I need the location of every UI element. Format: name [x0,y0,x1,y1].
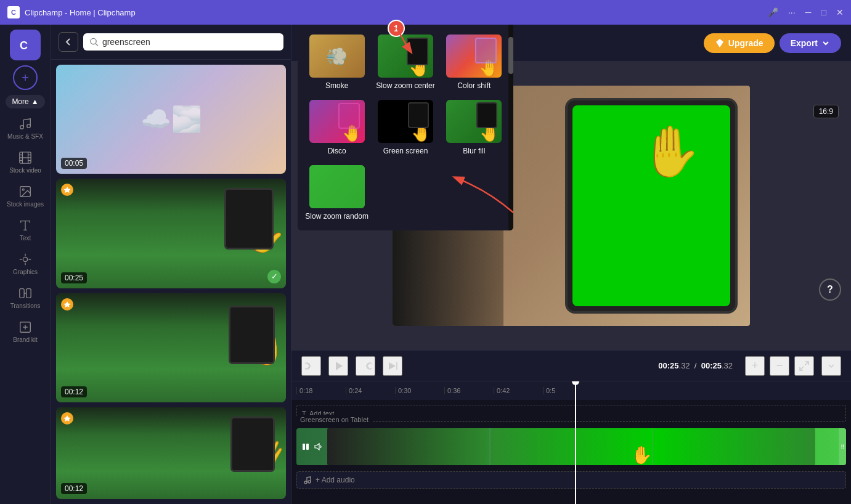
effects-scrollbar[interactable] [508,25,513,230]
effect-label-slowzoom: Slow zoom center [376,81,434,90]
effect-thumb-disco: 🤚 [309,100,365,143]
app-logo: C [10,30,41,60]
title-bar: C Clipchamp - Home | Clipchamp 🎤 ··· ─ □… [0,0,851,25]
window-title: Clipchamp - Home | Clipchamp [25,8,768,17]
ruler-mark-1: 0:24 [346,387,395,394]
effects-panel: 💨 Smoke 🤚 Slow zoom center 🤚 [298,25,513,230]
more-button[interactable]: More ▲ [6,95,44,108]
text-icon [18,219,32,232]
svg-rect-49 [306,444,309,450]
svg-point-52 [308,481,311,483]
effect-thumb-smoke: 💨 [309,35,365,78]
svg-text:C: C [20,39,28,52]
effects-scroll-thumb [508,37,513,74]
effect-slow-zoom-center[interactable]: 🤚 Slow zoom center [371,30,439,95]
ruler-marks: 0:18 0:24 0:30 0:36 0:42 0:5 [296,387,851,394]
sidebar-item-label: Brand kit [13,336,37,343]
svg-marker-27 [64,187,71,193]
svg-rect-48 [303,444,305,450]
sidebar-item-music-sfx[interactable]: Music & SFX [0,111,51,145]
speaker-icon [314,442,322,451]
effect-green-screen[interactable]: 🤚 Green screen [371,95,439,160]
maximize-button[interactable]: □ [821,7,826,17]
video-track-label: Greenscreen on Tablet [296,415,372,425]
add-button[interactable]: + [13,65,38,90]
app-icon: C [7,6,20,18]
upgrade-button[interactable]: Upgrade [704,33,775,53]
effect-disco[interactable]: 🤚 Disco [303,95,371,160]
svg-marker-42 [716,39,723,47]
play-button[interactable] [328,356,348,376]
search-input[interactable] [102,37,277,47]
zoom-in-button[interactable]: + [745,356,765,376]
timeline-cursor[interactable] [575,381,576,504]
sidebar-item-transitions[interactable]: Transitions [0,280,51,314]
svg-rect-21 [20,289,24,298]
svg-point-25 [91,38,96,44]
svg-marker-44 [389,362,396,370]
more-label: More [12,97,28,106]
diamond-icon [715,38,725,48]
effect-label-blurfill: Blur fill [463,147,485,155]
effect-label-slowzoomrand: Slow zoom random [305,212,368,221]
rewind-button[interactable] [301,356,321,376]
video-thumb-2[interactable]: 🤚 00:25 ✓ [56,179,286,288]
add-audio-button[interactable]: + Add audio [296,471,846,489]
effect-smoke[interactable]: 💨 Smoke [303,30,371,95]
graphics-icon [18,253,32,266]
music-note-icon [303,476,312,484]
video-track[interactable]: 🤚 ⠿ [296,428,846,465]
minimize-button[interactable]: ─ [805,7,812,17]
forward-button[interactable] [356,356,375,376]
effect-label-smoke: Smoke [325,81,348,90]
back-button[interactable] [59,32,78,52]
video-duration-1: 00:05 [61,158,87,169]
sidebar-item-label: Music & SFX [7,133,43,140]
collapse-tracks-button[interactable] [821,356,841,376]
ruler-mark-3: 0:36 [444,387,494,394]
expand-button[interactable] [794,356,814,376]
effect-blur-fill[interactable]: 🤚 Blur fill [440,95,508,160]
more-icon[interactable]: ··· [788,7,796,17]
add-audio-label: + Add audio [316,476,355,484]
timeline-tracks: T Add text Greenscreen on Tablet [291,400,851,494]
sidebar-item-graphics[interactable]: Graphics [0,246,51,280]
effect-label-disco: Disco [328,147,346,155]
ruler-mark-4: 0:42 [494,387,543,394]
skip-end-button[interactable] [383,356,402,376]
search-bar [51,25,291,60]
effect-thumb-slowzoom: 🤚 [378,35,433,78]
sidebar-item-label: Transitions [10,303,41,309]
video-grid: ☁️🌫️ 00:05 🤚 00:25 ✓ [51,60,291,504]
sidebar-item-stock-images[interactable]: Stock images [0,179,51,213]
timeline-area: 0:18 0:24 0:30 0:36 0:42 0:5 T Add text … [291,381,851,504]
effect-slow-zoom-random[interactable]: Slow zoom random [303,160,371,226]
effect-label-colorshift: Color shift [457,81,491,90]
help-button[interactable]: ? [819,278,841,301]
svg-marker-43 [336,362,343,370]
chevron-down-icon [821,39,830,47]
sidebar-item-brand[interactable]: Brand kit [0,314,51,348]
zoom-out-button[interactable]: − [770,356,789,376]
sidebar-item-stock-video[interactable]: Stock video [0,145,51,179]
close-button[interactable]: ✕ [836,7,844,17]
svg-point-13 [22,189,24,190]
video-thumb-1[interactable]: ☁️🌫️ 00:05 [56,65,286,174]
text-track[interactable]: T Add text [296,405,846,422]
video-duration-4: 00:12 [61,483,87,494]
effect-thumb-greenscreen: 🤚 [378,100,433,143]
sidebar-item-text[interactable]: Text [0,213,51,246]
search-icon [89,37,99,47]
video-thumb-3[interactable]: ✋ 00:12 [56,293,286,402]
svg-point-2 [20,126,24,129]
export-button[interactable]: Export [780,33,841,53]
mic-icon[interactable]: 🎤 [768,7,778,17]
chevron-up-icon: ▲ [31,97,39,106]
video-thumb-4[interactable]: 🖐️ 00:12 [56,407,286,499]
svg-line-47 [800,367,804,370]
effect-thumb-blurfill: 🤚 [446,100,502,143]
effect-color-shift[interactable]: 🤚 Color shift [440,30,508,95]
premium-badge-4 [61,412,73,425]
effect-thumb-slowzoomrand [309,165,365,208]
sidebar-item-label: Text [20,235,31,242]
